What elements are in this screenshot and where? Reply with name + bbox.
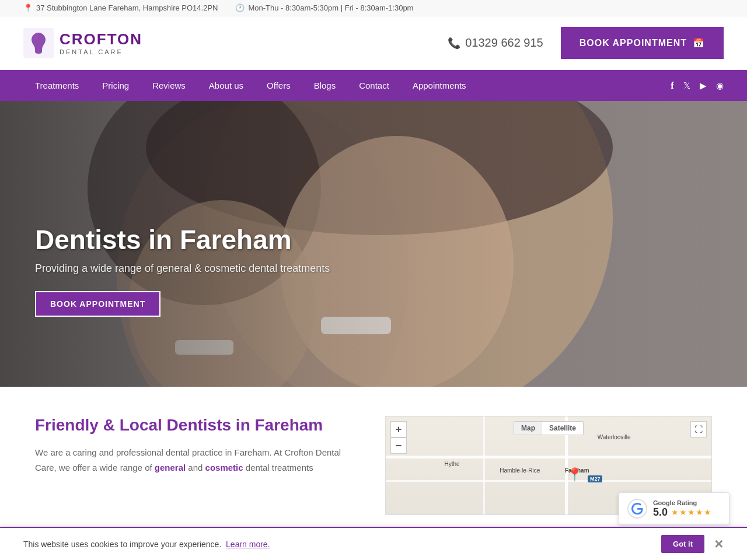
phone-icon: 📞 <box>448 37 460 50</box>
google-rating-label: Google Rating <box>653 499 712 506</box>
header-book-button[interactable]: BOOK APPOINTMENT 📅 <box>561 27 724 59</box>
cookie-text: This website uses cookies to improve you… <box>23 540 661 549</box>
google-rating-stars: ★★★★★ <box>671 508 712 517</box>
address-text: 37 Stubbington Lane Fareham, Hampshire P… <box>36 4 218 12</box>
nav-item-treatments[interactable]: Treatments <box>23 70 90 101</box>
nav-item-appointments[interactable]: Appointments <box>401 70 478 101</box>
clock-icon: 🕐 <box>235 4 245 12</box>
hero-content: Dentists in Fareham Providing a wide ran… <box>35 224 330 317</box>
phone-number: 01329 662 915 <box>465 36 543 50</box>
youtube-icon[interactable]: ▶ <box>700 80 707 91</box>
google-rating-widget: Google Rating 5.0 ★★★★★ <box>619 492 729 525</box>
hours-text: Mon-Thu - 8:30am-5:30pm | Fri - 8:30am-1… <box>248 4 413 12</box>
twitter-icon[interactable]: 𝕏 <box>683 80 690 91</box>
map-type-buttons: Map Satellite <box>514 421 584 435</box>
location-icon: 📍 <box>23 4 33 12</box>
facebook-icon[interactable]: f <box>671 80 674 92</box>
map-label-hythe: Hythe <box>444 461 459 467</box>
nav-item-about[interactable]: About us <box>197 70 255 101</box>
hero-subtitle: Providing a wide range of general & cosm… <box>35 262 330 275</box>
map-road-h2 <box>386 480 711 482</box>
cookie-accept-button[interactable]: Got it <box>661 535 704 550</box>
logo[interactable]: CROFTON DENTAL CARE <box>23 28 142 58</box>
cookie-actions: Got it ✕ <box>661 535 724 550</box>
map-label-m27: M27 <box>588 475 603 482</box>
zoom-in-button[interactable]: + <box>390 421 407 438</box>
hero-book-btn-label: BOOK APPOINTMENT <box>50 299 145 309</box>
below-hero-section: Friendly & Local Dentists in Fareham We … <box>0 387 747 550</box>
calendar-icon: 📅 <box>693 37 705 48</box>
nav-item-blogs[interactable]: Blogs <box>302 70 348 101</box>
below-heading: Friendly & Local Dentists in Fareham <box>35 416 362 435</box>
cookie-banner: This website uses cookies to improve you… <box>0 527 747 550</box>
top-bar: 📍 37 Stubbington Lane Fareham, Hampshire… <box>0 0 747 16</box>
google-rating-info: Google Rating 5.0 ★★★★★ <box>653 499 712 519</box>
nav-item-reviews[interactable]: Reviews <box>141 70 197 101</box>
below-text-highlight2: cosmetic <box>205 463 243 473</box>
nav-social: f 𝕏 ▶ ◉ <box>671 80 724 92</box>
below-text-and: and <box>186 463 205 473</box>
map-btn[interactable]: Map <box>514 422 542 435</box>
logo-icon <box>23 28 54 58</box>
map-zoom-controls: + − <box>390 421 407 454</box>
hero-section: Dentists in Fareham Providing a wide ran… <box>0 101 747 387</box>
map-label-waterlooville: Waterlooville <box>598 434 631 440</box>
cookie-close-button[interactable]: ✕ <box>714 537 724 551</box>
below-text: We are a caring and professional dental … <box>35 445 362 475</box>
below-text-highlight1: general <box>155 463 186 473</box>
hero-book-button[interactable]: BOOK APPOINTMENT <box>35 291 160 317</box>
instagram-icon[interactable]: ◉ <box>716 80 724 91</box>
logo-text: CROFTON DENTAL CARE <box>60 30 142 55</box>
satellite-btn[interactable]: Satellite <box>542 422 583 435</box>
google-logo <box>627 499 647 519</box>
nav-item-offers[interactable]: Offers <box>255 70 302 101</box>
nav-links: Treatments Pricing Reviews About us Offe… <box>23 70 478 101</box>
nav-item-pricing[interactable]: Pricing <box>90 70 141 101</box>
header-right: 📞 01329 662 915 BOOK APPOINTMENT 📅 <box>448 27 724 59</box>
map-road-v2 <box>483 416 485 514</box>
map-expand-button[interactable]: ⛶ <box>690 421 707 438</box>
map-road-h1 <box>386 456 711 459</box>
google-rating-score: 5.0 <box>653 506 668 519</box>
logo-sub: DENTAL CARE <box>60 48 142 55</box>
address-item: 📍 37 Stubbington Lane Fareham, Hampshire… <box>23 4 218 12</box>
hero-title: Dentists in Fareham <box>35 224 330 256</box>
hours-item: 🕐 Mon-Thu - 8:30am-5:30pm | Fri - 8:30am… <box>235 4 413 12</box>
logo-brand: CROFTON <box>60 30 142 48</box>
map-label-hamble: Hamble-le-Rice <box>500 467 540 474</box>
nav-item-contact[interactable]: Contact <box>347 70 401 101</box>
below-text-part2: dental treatments <box>243 463 313 473</box>
map-pin: 📍 <box>567 467 582 482</box>
zoom-out-button[interactable]: − <box>390 438 407 454</box>
cookie-learn-more-link[interactable]: Learn more. <box>226 540 270 549</box>
main-nav: Treatments Pricing Reviews About us Offe… <box>0 70 747 101</box>
cookie-message: This website uses cookies to improve you… <box>23 540 221 549</box>
header: CROFTON DENTAL CARE 📞 01329 662 915 BOOK… <box>0 16 747 70</box>
book-btn-label: BOOK APPOINTMENT <box>580 38 687 48</box>
phone-block[interactable]: 📞 01329 662 915 <box>448 36 543 50</box>
below-left: Friendly & Local Dentists in Fareham We … <box>35 416 362 521</box>
